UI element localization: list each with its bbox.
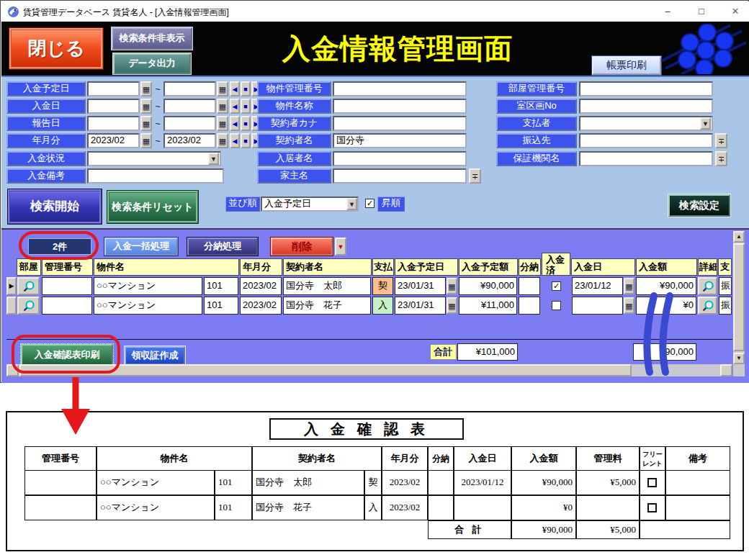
cell-building[interactable]: ○○マンション [94, 277, 202, 295]
ascending-checkbox[interactable]: ✓ [365, 199, 374, 208]
property-name-input[interactable] [333, 99, 467, 114]
cell-paid-amount[interactable]: ¥90,000 [636, 277, 696, 295]
list-lookup-icon[interactable]: ∓ [715, 151, 727, 166]
calendar-icon[interactable]: ▦ [140, 99, 152, 114]
prev-icon[interactable]: ◀ [230, 116, 240, 131]
stop-icon[interactable]: ■ [241, 133, 251, 148]
scroll-left-icon[interactable] [6, 364, 19, 376]
search-settings-button[interactable]: 検索設定 [668, 194, 730, 217]
owner-name-input[interactable] [333, 168, 467, 184]
stop-icon[interactable]: ■ [241, 99, 251, 114]
tenant-name-input[interactable] [333, 151, 467, 166]
cell-contractor[interactable]: 国分寺 太郎 [283, 277, 371, 295]
maximize-button[interactable]: □ [689, 3, 714, 20]
due-date-to-input[interactable] [163, 81, 216, 96]
payment-status-select[interactable] [87, 151, 221, 166]
close-screen-button[interactable]: 閉じる [9, 28, 103, 69]
cell-mgmt-no[interactable] [42, 297, 92, 315]
report-date-from-input[interactable] [87, 116, 140, 131]
row-zoom-button[interactable] [17, 277, 40, 295]
toggle-search-button[interactable]: 検索条件非表示 [112, 27, 192, 50]
cell-overflow[interactable]: 振 [719, 277, 732, 295]
row-zoom-button[interactable] [17, 297, 40, 315]
cell-room[interactable]: 101 [204, 277, 238, 295]
scroll-right-icon[interactable] [720, 364, 732, 376]
cell-contractor[interactable]: 国分寺 花子 [283, 297, 371, 315]
search-start-button[interactable]: 検索開始 [8, 189, 102, 224]
receipt-button[interactable]: 領収証作成 [125, 346, 185, 365]
calendar-icon[interactable]: ▦ [624, 297, 634, 314]
delete-menu-icon[interactable]: ▼ [335, 238, 346, 256]
cell-paid-amount[interactable]: ¥0 [636, 297, 696, 315]
calendar-icon[interactable]: ▦ [447, 297, 457, 314]
chevron-down-icon[interactable]: ▼ [346, 198, 357, 210]
detail-button[interactable] [698, 277, 717, 295]
property-no-input[interactable] [333, 81, 467, 96]
cell-installment[interactable] [519, 297, 540, 315]
year-month-to-input[interactable]: 2023/02 [163, 133, 216, 148]
print-confirm-button[interactable]: 入金確認表印刷 [21, 344, 113, 366]
stop-icon[interactable]: ■ [241, 116, 251, 131]
calendar-icon[interactable]: ▦ [140, 81, 152, 96]
cell-room[interactable]: 101 [204, 297, 238, 315]
stop-icon[interactable]: ■ [241, 81, 251, 96]
report-print-button[interactable]: 帳票印刷 [592, 56, 661, 75]
minimize-button[interactable]: – [655, 3, 680, 20]
row-selector[interactable]: ▶ [6, 277, 17, 295]
cell-yearmonth[interactable]: 2023/02 [240, 277, 282, 295]
cell-due-date[interactable]: 23/01/31 [395, 277, 446, 295]
detail-button[interactable] [698, 297, 717, 315]
guarantor-input[interactable] [579, 151, 713, 166]
cell-mgmt-no[interactable] [42, 277, 92, 295]
contractor-name-input[interactable]: 国分寺 [333, 133, 467, 148]
calendar-icon[interactable]: ▦ [140, 116, 152, 131]
calendar-icon[interactable]: ▦ [624, 278, 634, 294]
data-export-button[interactable]: データ出力 [113, 53, 191, 74]
chevron-down-icon[interactable]: ▼ [700, 117, 711, 130]
calendar-icon[interactable]: ▦ [217, 116, 228, 131]
calendar-icon[interactable]: ▦ [447, 278, 457, 294]
close-window-button[interactable]: ✕ [723, 3, 748, 20]
paid-checkbox[interactable]: ✓ [552, 281, 561, 291]
calendar-icon[interactable]: ▦ [217, 133, 228, 148]
cell-overflow[interactable]: 振 [719, 297, 732, 315]
cell-due-amount[interactable]: ¥90,000 [459, 277, 517, 295]
due-date-from-input[interactable] [87, 81, 140, 96]
payer-select[interactable] [579, 116, 713, 131]
cell-installment[interactable] [519, 277, 540, 295]
prev-icon[interactable]: ◀ [230, 133, 240, 148]
cell-payer-type[interactable]: 入 [372, 297, 393, 315]
calendar-icon[interactable]: ▦ [217, 99, 228, 114]
cell-payer-type[interactable]: 契 [372, 277, 393, 295]
list-lookup-icon[interactable]: ∓ [469, 168, 481, 184]
installment-button[interactable]: 分納処理 [187, 238, 258, 256]
sort-order-select[interactable]: 入金予定日 [261, 197, 359, 212]
scroll-down-icon[interactable]: ▼ [733, 353, 745, 364]
chevron-down-icon[interactable]: ▼ [208, 153, 219, 165]
paid-date-to-input[interactable] [163, 99, 216, 114]
cell-building[interactable]: ○○マンション [94, 297, 202, 315]
cell-due-amount[interactable]: ¥11,000 [459, 297, 517, 315]
calendar-icon[interactable]: ▦ [217, 81, 228, 96]
bank-account-input[interactable] [579, 133, 713, 148]
room-no-input[interactable] [579, 81, 713, 96]
cell-yearmonth[interactable]: 2023/02 [240, 297, 282, 315]
unit-no-input[interactable] [579, 99, 713, 114]
list-lookup-icon[interactable]: ∓ [715, 133, 727, 148]
bulk-payment-button[interactable]: 入金一括処理 [104, 238, 178, 256]
report-date-to-input[interactable] [163, 116, 216, 131]
prev-icon[interactable]: ◀ [230, 81, 240, 96]
cell-paid-date[interactable]: 23/01/12 [572, 277, 623, 295]
payment-memo-input[interactable] [87, 168, 224, 184]
row-selector[interactable] [6, 297, 17, 315]
vertical-scroll-thumb[interactable] [733, 243, 745, 351]
cell-paid-date[interactable] [572, 297, 623, 315]
contractor-kana-input[interactable] [333, 116, 467, 131]
paid-date-from-input[interactable] [87, 99, 140, 114]
search-reset-button[interactable]: 検索条件リセット [107, 191, 198, 223]
cell-due-date[interactable]: 23/01/31 [395, 297, 446, 315]
scroll-up-icon[interactable]: ▲ [733, 231, 745, 243]
horizontal-scroll-thumb[interactable] [19, 364, 632, 376]
year-month-from-input[interactable]: 2023/02 [87, 133, 140, 148]
paid-checkbox[interactable] [552, 301, 561, 310]
